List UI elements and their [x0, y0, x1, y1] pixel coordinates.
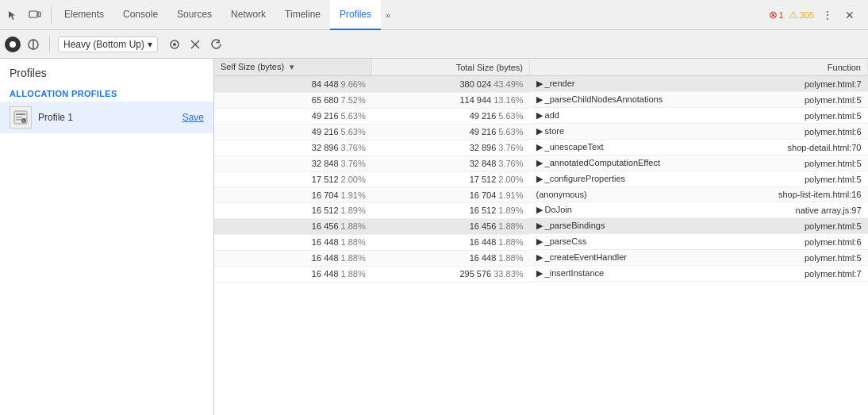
cell-self-size: 17 512 2.00%	[214, 171, 372, 187]
table-row[interactable]: 84 448 9.66%380 024 43.49%▶ _render poly…	[214, 76, 868, 93]
func-link[interactable]: shop-list-item.html:16	[778, 190, 862, 199]
func-name: ▶ add	[536, 110, 559, 121]
cell-total-size: 49 216 5.63%	[372, 124, 530, 140]
cell-function: ▶ _unescapeText shop-detail.html:70	[530, 140, 868, 156]
func-link[interactable]: polymer.html:7	[805, 269, 862, 279]
cell-total-size: 49 216 5.63%	[372, 108, 530, 124]
col-total-size[interactable]: Total Size (bytes)	[372, 59, 530, 76]
dropdown-arrow-icon: ▾	[148, 39, 152, 50]
pointer-icon[interactable]	[3, 6, 22, 25]
record-button[interactable]	[5, 37, 21, 52]
cell-self-size: 32 848 3.76%	[214, 156, 372, 171]
table-row[interactable]: 65 680 7.52%114 944 13.16%▶ _parseChildN…	[214, 92, 868, 108]
cell-total-size: 16 512 1.89%	[372, 202, 530, 218]
tool-icons	[3, 6, 52, 25]
tab-network[interactable]: Network	[221, 0, 275, 30]
svg-point-6	[173, 43, 176, 46]
cell-self-size: 16 448 1.88%	[214, 266, 372, 282]
cell-self-size: 49 216 5.63%	[214, 124, 372, 140]
content-area: Self Size (bytes) ▾ Total Size (bytes) F…	[214, 59, 868, 415]
sort-arrow-icon: ▾	[290, 62, 294, 71]
warning-icon: ⚠	[789, 9, 798, 21]
cell-total-size: 16 448 1.88%	[372, 234, 530, 250]
cell-self-size: 16 512 1.89%	[214, 202, 372, 218]
sidebar-section-label: ALLOCATION PROFILES	[0, 84, 213, 102]
device-icon[interactable]	[25, 6, 44, 25]
cell-function: ▶ _createEventHandler polymer.html:5	[530, 250, 868, 266]
warning-badge: ⚠ 305	[789, 9, 814, 21]
table-row[interactable]: 17 512 2.00%17 512 2.00%▶ _configureProp…	[214, 171, 868, 187]
func-link[interactable]: polymer.html:7	[805, 79, 862, 89]
cell-total-size: 17 512 2.00%	[372, 171, 530, 187]
table-wrapper[interactable]: Self Size (bytes) ▾ Total Size (bytes) F…	[214, 59, 868, 415]
table-row[interactable]: 16 704 1.91%16 704 1.91%(anonymous) shop…	[214, 187, 868, 202]
toolbar-right: ⊗ 1 ⚠ 305 ⋮ ✕	[762, 6, 865, 24]
func-name: ▶ _annotatedComputationEffect	[536, 158, 660, 168]
error-count: 1	[779, 10, 784, 20]
table-row[interactable]: 49 216 5.63%49 216 5.63%▶ store polymer.…	[214, 124, 868, 140]
profile-icon: %	[10, 106, 32, 129]
col-self-size[interactable]: Self Size (bytes) ▾	[214, 59, 372, 76]
cell-function: ▶ _parseCss polymer.html:6	[530, 234, 868, 250]
focus-icon[interactable]	[166, 36, 183, 53]
tab-timeline[interactable]: Timeline	[275, 0, 330, 30]
cell-total-size: 32 848 3.76%	[372, 156, 530, 171]
tab-elements[interactable]: Elements	[55, 0, 113, 30]
func-link[interactable]: polymer.html:5	[805, 111, 862, 121]
table-row[interactable]: 49 216 5.63%49 216 5.63%▶ add polymer.ht…	[214, 108, 868, 124]
func-link[interactable]: polymer.html:6	[805, 127, 862, 136]
tab-sources[interactable]: Sources	[167, 0, 221, 30]
error-badge: ⊗ 1	[769, 9, 784, 21]
close-devtools-button[interactable]: ✕	[841, 6, 858, 24]
func-link[interactable]: polymer.html:5	[805, 253, 862, 263]
clear-icon[interactable]	[186, 36, 204, 53]
profile-item[interactable]: % Profile 1 Save	[0, 102, 213, 133]
table-row[interactable]: 16 448 1.88%295 576 33.83%▶ _insertInsta…	[214, 266, 868, 282]
table-row[interactable]: 16 456 1.88%16 456 1.88%▶ _parseBindings…	[214, 218, 868, 234]
separator	[49, 37, 50, 52]
warning-count: 305	[800, 10, 814, 20]
cell-function: (anonymous) shop-list-item.html:16	[530, 187, 868, 202]
func-name: ▶ _unescapeText	[536, 142, 604, 152]
col-function[interactable]: Function	[530, 59, 868, 76]
more-options-button[interactable]: ⋮	[819, 6, 836, 24]
func-link[interactable]: native array.js:97	[796, 206, 862, 215]
svg-point-2	[10, 41, 16, 48]
table-row[interactable]: 32 896 3.76%32 896 3.76%▶ _unescapeText …	[214, 140, 868, 156]
func-name: ▶ _render	[536, 79, 575, 89]
cell-total-size: 16 456 1.88%	[372, 218, 530, 234]
table-row[interactable]: 16 512 1.89%16 512 1.89%▶ DoJoin native …	[214, 202, 868, 218]
func-link[interactable]: shop-detail.html:70	[788, 143, 862, 152]
func-link[interactable]: polymer.html:5	[805, 175, 862, 184]
table-row[interactable]: 16 448 1.88%16 448 1.88%▶ _createEventHa…	[214, 250, 868, 266]
table-header-row: Self Size (bytes) ▾ Total Size (bytes) F…	[214, 59, 868, 76]
profile-name-label: Profile 1	[38, 112, 176, 123]
func-link[interactable]: polymer.html:5	[805, 95, 862, 105]
cell-function: ▶ _configureProperties polymer.html:5	[530, 171, 868, 187]
tab-console[interactable]: Console	[113, 0, 167, 30]
func-link[interactable]: polymer.html:5	[805, 221, 862, 231]
sidebar-title: Profiles	[0, 59, 213, 84]
stop-button[interactable]	[25, 37, 41, 52]
cell-self-size: 16 448 1.88%	[214, 234, 372, 250]
tab-overflow-button[interactable]: »	[381, 0, 395, 30]
refresh-icon[interactable]	[207, 36, 225, 53]
cell-function: ▶ _parseChildNodesAnnotations polymer.ht…	[530, 92, 868, 108]
svg-rect-10	[16, 113, 25, 115]
func-link[interactable]: polymer.html:6	[805, 237, 862, 247]
toolbar2-icons	[166, 36, 225, 53]
func-name: ▶ store	[536, 126, 565, 136]
cell-total-size: 16 704 1.91%	[372, 187, 530, 202]
cell-total-size: 295 576 33.83%	[372, 266, 530, 282]
func-link[interactable]: polymer.html:5	[805, 159, 862, 168]
table-row[interactable]: 16 448 1.88%16 448 1.88%▶ _parseCss poly…	[214, 234, 868, 250]
sort-mode-dropdown[interactable]: Heavy (Bottom Up) ▾	[58, 37, 158, 52]
save-button[interactable]: Save	[182, 112, 204, 123]
main-toolbar: Elements Console Sources Network Timelin…	[0, 0, 868, 30]
tab-profiles[interactable]: Profiles	[330, 0, 381, 30]
error-icon: ⊗	[769, 9, 778, 21]
func-name: ▶ _parseChildNodesAnnotations	[536, 94, 663, 105]
func-name: ▶ _insertInstance	[536, 268, 605, 279]
table-body: 84 448 9.66%380 024 43.49%▶ _render poly…	[214, 76, 868, 282]
table-row[interactable]: 32 848 3.76%32 848 3.76%▶ _annotatedComp…	[214, 156, 868, 171]
